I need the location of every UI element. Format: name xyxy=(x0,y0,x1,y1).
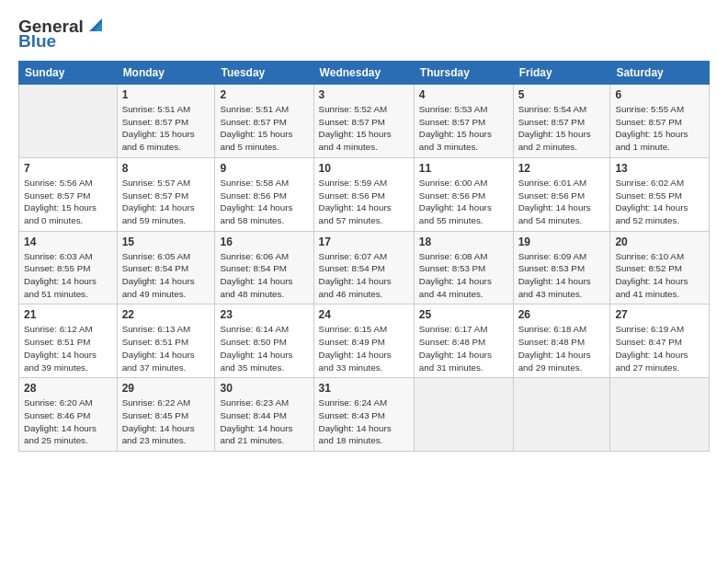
day-cell: 10Sunrise: 5:59 AM Sunset: 8:56 PM Dayli… xyxy=(313,157,414,231)
day-info: Sunrise: 5:56 AM Sunset: 8:57 PM Dayligh… xyxy=(24,177,112,227)
day-number: 10 xyxy=(319,162,409,175)
day-info: Sunrise: 6:08 AM Sunset: 8:53 PM Dayligh… xyxy=(419,250,508,301)
week-row-4: 21Sunrise: 6:12 AM Sunset: 8:51 PM Dayli… xyxy=(19,304,710,378)
week-row-1: 1Sunrise: 5:51 AM Sunset: 8:57 PM Daylig… xyxy=(19,85,710,158)
day-number: 26 xyxy=(518,308,606,321)
day-cell xyxy=(414,378,513,452)
day-cell: 20Sunrise: 6:10 AM Sunset: 8:52 PM Dayli… xyxy=(610,231,710,304)
day-cell: 3Sunrise: 5:52 AM Sunset: 8:57 PM Daylig… xyxy=(313,85,414,158)
day-cell: 29Sunrise: 6:22 AM Sunset: 8:45 PM Dayli… xyxy=(117,378,215,452)
day-cell: 16Sunrise: 6:06 AM Sunset: 8:54 PM Dayli… xyxy=(215,231,313,304)
day-number: 9 xyxy=(220,162,308,175)
day-info: Sunrise: 6:10 AM Sunset: 8:52 PM Dayligh… xyxy=(615,250,704,301)
day-info: Sunrise: 6:14 AM Sunset: 8:50 PM Dayligh… xyxy=(220,323,308,373)
day-info: Sunrise: 6:02 AM Sunset: 8:55 PM Dayligh… xyxy=(615,177,704,227)
day-cell: 1Sunrise: 5:51 AM Sunset: 8:57 PM Daylig… xyxy=(117,85,215,158)
day-info: Sunrise: 5:53 AM Sunset: 8:57 PM Dayligh… xyxy=(419,103,508,154)
day-number: 2 xyxy=(220,88,308,101)
day-number: 5 xyxy=(518,88,606,101)
day-info: Sunrise: 6:24 AM Sunset: 8:43 PM Dayligh… xyxy=(319,396,409,447)
day-info: Sunrise: 6:20 AM Sunset: 8:46 PM Dayligh… xyxy=(24,396,112,447)
day-info: Sunrise: 6:19 AM Sunset: 8:47 PM Dayligh… xyxy=(615,323,704,373)
day-number: 20 xyxy=(615,236,704,248)
day-number: 31 xyxy=(319,382,409,395)
day-number: 23 xyxy=(220,308,308,321)
day-cell: 30Sunrise: 6:23 AM Sunset: 8:44 PM Dayli… xyxy=(215,378,313,452)
column-header-thursday: Thursday xyxy=(414,62,513,85)
day-number: 18 xyxy=(419,236,508,248)
day-cell: 7Sunrise: 5:56 AM Sunset: 8:57 PM Daylig… xyxy=(19,157,118,231)
day-number: 6 xyxy=(615,88,704,101)
day-number: 16 xyxy=(220,236,308,248)
day-info: Sunrise: 6:03 AM Sunset: 8:55 PM Dayligh… xyxy=(24,250,112,301)
week-row-2: 7Sunrise: 5:56 AM Sunset: 8:57 PM Daylig… xyxy=(19,157,710,231)
day-number: 30 xyxy=(220,382,308,395)
day-cell: 15Sunrise: 6:05 AM Sunset: 8:54 PM Dayli… xyxy=(117,231,215,304)
day-cell: 31Sunrise: 6:24 AM Sunset: 8:43 PM Dayli… xyxy=(313,378,414,452)
day-number: 27 xyxy=(615,308,704,321)
day-info: Sunrise: 6:00 AM Sunset: 8:56 PM Dayligh… xyxy=(419,177,508,227)
day-info: Sunrise: 6:23 AM Sunset: 8:44 PM Dayligh… xyxy=(220,396,308,447)
day-number: 29 xyxy=(122,382,210,395)
column-header-tuesday: Tuesday xyxy=(215,62,313,85)
day-info: Sunrise: 6:09 AM Sunset: 8:53 PM Dayligh… xyxy=(518,250,606,301)
day-info: Sunrise: 5:55 AM Sunset: 8:57 PM Dayligh… xyxy=(615,103,704,154)
column-header-monday: Monday xyxy=(117,62,215,85)
day-cell: 19Sunrise: 6:09 AM Sunset: 8:53 PM Dayli… xyxy=(513,231,610,304)
day-cell: 13Sunrise: 6:02 AM Sunset: 8:55 PM Dayli… xyxy=(610,157,710,231)
day-cell: 4Sunrise: 5:53 AM Sunset: 8:57 PM Daylig… xyxy=(414,85,513,158)
day-info: Sunrise: 5:51 AM Sunset: 8:57 PM Dayligh… xyxy=(220,103,308,154)
day-info: Sunrise: 5:52 AM Sunset: 8:57 PM Dayligh… xyxy=(319,103,409,154)
day-info: Sunrise: 6:18 AM Sunset: 8:48 PM Dayligh… xyxy=(518,323,606,373)
day-cell: 28Sunrise: 6:20 AM Sunset: 8:46 PM Dayli… xyxy=(19,378,118,452)
day-number: 24 xyxy=(319,308,409,321)
day-number: 11 xyxy=(419,162,508,175)
day-info: Sunrise: 6:15 AM Sunset: 8:49 PM Dayligh… xyxy=(319,323,409,373)
day-cell: 5Sunrise: 5:54 AM Sunset: 8:57 PM Daylig… xyxy=(513,85,610,158)
day-number: 15 xyxy=(122,236,210,248)
day-cell: 8Sunrise: 5:57 AM Sunset: 8:57 PM Daylig… xyxy=(117,157,215,231)
day-cell xyxy=(610,378,710,452)
logo-blue: Blue xyxy=(18,31,56,51)
day-cell: 9Sunrise: 5:58 AM Sunset: 8:56 PM Daylig… xyxy=(215,157,313,231)
day-cell: 25Sunrise: 6:17 AM Sunset: 8:48 PM Dayli… xyxy=(414,304,513,378)
day-number: 19 xyxy=(518,236,606,248)
day-info: Sunrise: 5:59 AM Sunset: 8:56 PM Dayligh… xyxy=(319,177,409,227)
day-number: 14 xyxy=(24,236,112,248)
day-cell xyxy=(19,85,118,158)
column-header-saturday: Saturday xyxy=(610,62,710,85)
day-info: Sunrise: 6:22 AM Sunset: 8:45 PM Dayligh… xyxy=(122,396,210,447)
day-info: Sunrise: 6:07 AM Sunset: 8:54 PM Dayligh… xyxy=(319,250,409,301)
day-number: 12 xyxy=(518,162,606,175)
column-header-wednesday: Wednesday xyxy=(313,62,414,85)
day-number: 4 xyxy=(419,88,508,101)
day-number: 13 xyxy=(615,162,704,175)
day-cell: 22Sunrise: 6:13 AM Sunset: 8:51 PM Dayli… xyxy=(117,304,215,378)
calendar: SundayMondayTuesdayWednesdayThursdayFrid… xyxy=(18,61,710,452)
calendar-header-row: SundayMondayTuesdayWednesdayThursdayFrid… xyxy=(19,62,710,85)
day-number: 7 xyxy=(24,162,112,175)
day-number: 21 xyxy=(24,308,112,321)
day-cell: 26Sunrise: 6:18 AM Sunset: 8:48 PM Dayli… xyxy=(513,304,610,378)
week-row-5: 28Sunrise: 6:20 AM Sunset: 8:46 PM Dayli… xyxy=(19,378,710,452)
day-number: 17 xyxy=(319,236,409,248)
day-info: Sunrise: 6:06 AM Sunset: 8:54 PM Dayligh… xyxy=(220,250,308,301)
day-number: 22 xyxy=(122,308,210,321)
page: General Blue SundayMondayTuesdayWednesda… xyxy=(0,0,728,563)
day-cell xyxy=(513,378,610,452)
day-cell: 14Sunrise: 6:03 AM Sunset: 8:55 PM Dayli… xyxy=(19,231,118,304)
day-cell: 12Sunrise: 6:01 AM Sunset: 8:56 PM Dayli… xyxy=(513,157,610,231)
day-cell: 23Sunrise: 6:14 AM Sunset: 8:50 PM Dayli… xyxy=(215,304,313,378)
day-cell: 18Sunrise: 6:08 AM Sunset: 8:53 PM Dayli… xyxy=(414,231,513,304)
column-header-sunday: Sunday xyxy=(19,62,118,85)
column-header-friday: Friday xyxy=(513,62,610,85)
day-info: Sunrise: 5:58 AM Sunset: 8:56 PM Dayligh… xyxy=(220,177,308,227)
day-number: 8 xyxy=(122,162,210,175)
header: General Blue xyxy=(18,17,710,52)
day-cell: 17Sunrise: 6:07 AM Sunset: 8:54 PM Dayli… xyxy=(313,231,414,304)
day-cell: 21Sunrise: 6:12 AM Sunset: 8:51 PM Dayli… xyxy=(19,304,118,378)
day-info: Sunrise: 5:54 AM Sunset: 8:57 PM Dayligh… xyxy=(518,103,606,154)
day-number: 3 xyxy=(319,88,409,101)
logo-triangle-icon xyxy=(85,15,106,35)
day-cell: 2Sunrise: 5:51 AM Sunset: 8:57 PM Daylig… xyxy=(215,85,313,158)
